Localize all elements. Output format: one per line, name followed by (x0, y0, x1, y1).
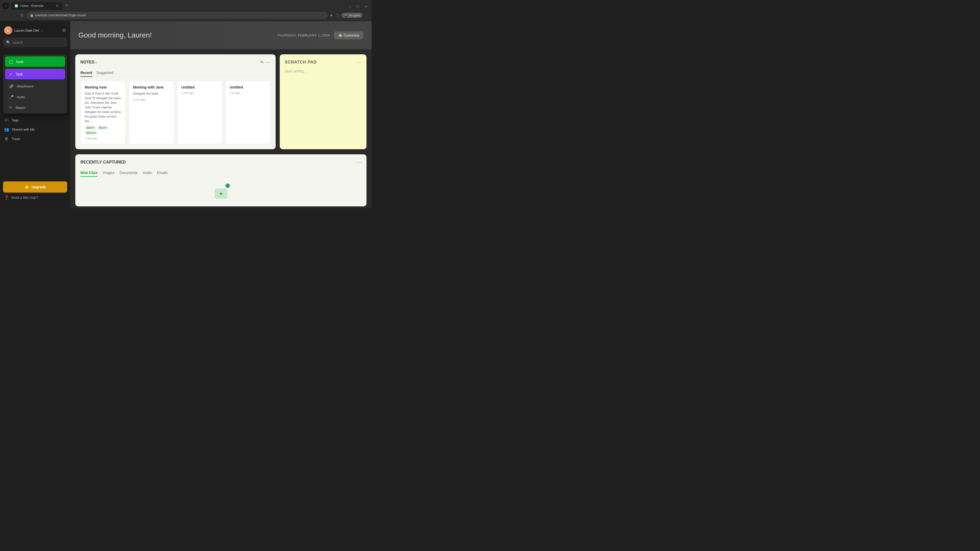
scratch-pad-more-button[interactable]: ⋯ (357, 59, 361, 65)
menu-button[interactable]: ⋮ (365, 13, 369, 17)
address-bar[interactable]: 🔒 evernote.com/client/web?login=true#/ (27, 12, 328, 19)
notes-panel-title[interactable]: NOTES › (80, 60, 97, 65)
search-bar[interactable]: 🔍 Search (3, 38, 67, 47)
tab-documents[interactable]: Documents (119, 169, 138, 177)
sidebar-items-list: 🏷 Tags 👥 Shared with Me 🗑 Trash (0, 116, 70, 143)
window-controls: – ☐ ✕ (347, 3, 369, 10)
tab-images[interactable]: Images (103, 169, 115, 177)
note-title: Untitled (230, 85, 266, 89)
sidebar-bottom: ⭐ Upgrade ❓ Need a little help? (0, 178, 70, 206)
note-time: 3 min ago (133, 98, 169, 101)
main-content: Good morning, Lauren! THURSDAY, FEBRUARY… (70, 21, 372, 208)
create-audio-button[interactable]: 🎤 Audio (5, 92, 65, 102)
sidebar-header: L Lauren Dale Deli ⌄ ⚙ (0, 24, 70, 38)
tab-recent[interactable]: Recent (80, 69, 92, 77)
note-tag: @grace (85, 130, 98, 135)
notes-arrow-icon: › (95, 60, 97, 64)
evernote-tab-icon (14, 4, 18, 8)
help-button[interactable]: ❓ Need a little help? (3, 192, 67, 203)
notes-add-button[interactable]: ✎ (260, 59, 264, 65)
back-button[interactable]: ← (3, 12, 9, 19)
search-icon: 🔍 (6, 40, 11, 44)
notes-more-button[interactable]: ⋯ (266, 59, 270, 65)
tags-icon: 🏷 (4, 118, 9, 122)
note-title: Meeting note (85, 85, 121, 89)
recently-captured-title: RECENTLY CAPTURED (80, 160, 126, 165)
hero-banner: Good morning, Lauren! THURSDAY, FEBRUARY… (70, 21, 372, 49)
browser-actions: ★ ▢ 🥷 Incognito ⋮ (330, 13, 369, 18)
create-note-button[interactable]: ▢ Note (5, 56, 65, 67)
upgrade-label: Upgrade (32, 185, 46, 189)
refresh-button[interactable]: ↻ (19, 12, 25, 19)
audio-icon: 🎤 (9, 95, 14, 99)
extension-button[interactable]: ▢ (336, 13, 339, 17)
tab-suggested[interactable]: Suggested (97, 69, 114, 77)
upgrade-button[interactable]: ⭐ Upgrade (3, 181, 67, 192)
customize-button[interactable]: 🏠 Customize (334, 32, 363, 39)
note-tag: @john (85, 125, 96, 130)
scratch-pad-placeholder[interactable]: Start writing... (285, 69, 361, 73)
notes-tabs: Recent Suggested (80, 69, 270, 77)
minimize-button[interactable]: – (347, 3, 353, 10)
tab-web-clips[interactable]: Web Clips (80, 169, 97, 177)
note-card[interactable]: Meeting note Date & Time 8 AM- 9 AM Goal… (80, 81, 126, 144)
note-label: Note (16, 60, 24, 64)
maximize-button[interactable]: ☐ (354, 3, 361, 10)
help-icon: ❓ (4, 195, 9, 200)
active-tab[interactable]: Home - Evernote ✕ (11, 2, 62, 10)
settings-button[interactable]: ⚙ (62, 27, 66, 33)
task-icon: ✓ (9, 72, 13, 76)
note-card[interactable]: Meeting with Jane Delegate the tasks 3 m… (129, 81, 174, 144)
empty-state-illustration: ★ 👤 (212, 183, 230, 199)
attachment-label: Attachment (17, 84, 33, 88)
note-title: Meeting with Jane (133, 85, 169, 89)
incognito-badge: 🥷 Incognito (342, 13, 363, 18)
avatar: L (4, 26, 12, 35)
tab-title: Home - Evernote (21, 4, 53, 8)
create-dropdown-menu: ▢ Note ✓ Task 🔗 Attachment 🎤 Audio ✎ Ske… (3, 54, 67, 114)
note-tag: @jane (97, 125, 108, 130)
tab-emails[interactable]: Emails (157, 169, 168, 177)
help-text: Need a little help? (11, 196, 38, 200)
tab-close-button[interactable]: ✕ (55, 4, 59, 8)
note-title: Untitled (181, 85, 218, 89)
create-attachment-button[interactable]: 🔗 Attachment (5, 81, 65, 91)
sidebar-item-tags[interactable]: 🏷 Tags (0, 116, 70, 125)
recently-captured-more-button[interactable]: ⋯ (357, 159, 361, 165)
incognito-icon: 🥷 (344, 13, 348, 17)
note-time: 3 min ago (181, 91, 218, 94)
bookmark-button[interactable]: ★ (330, 13, 333, 17)
person-icon: 👤 (226, 184, 229, 187)
tab-audio[interactable]: Audio (143, 169, 152, 177)
note-tags: @john @jane @grace (85, 125, 121, 135)
notes-panel-header: NOTES › ✎ ⋯ (80, 59, 270, 65)
note-card[interactable]: Untitled 3 min ago (177, 81, 222, 144)
upgrade-icon: ⭐ (24, 185, 29, 189)
create-sketch-button[interactable]: ✎ Sketch (5, 103, 65, 113)
lock-icon: 🔒 (30, 14, 34, 17)
scratch-pad-panel: SCRATCH PAD ⋯ Start writing... (280, 54, 366, 149)
sketch-label: Sketch (15, 106, 25, 110)
customize-icon: 🏠 (338, 33, 342, 37)
date-display: THURSDAY, FEBRUARY 1, 2024 (277, 33, 330, 37)
sidebar: L Lauren Dale Deli ⌄ ⚙ 🔍 Search ▢ Note ✓… (0, 21, 70, 208)
url-text: evernote.com/client/web?login=true#/ (35, 14, 325, 17)
content-area: NOTES › ✎ ⋯ Recent Suggested Meeting no (70, 49, 372, 154)
recently-captured-content: ★ 👤 (80, 181, 361, 201)
note-card[interactable]: Untitled 9 hr ago (225, 81, 270, 144)
notes-panel: NOTES › ✎ ⋯ Recent Suggested Meeting no (75, 54, 275, 149)
sidebar-item-shared-with-me[interactable]: 👥 Shared with Me (0, 125, 70, 134)
attachment-icon: 🔗 (9, 84, 14, 88)
empty-state: ★ 👤 (212, 183, 230, 199)
forward-button[interactable]: → (11, 12, 18, 19)
create-task-button[interactable]: ✓ Task (5, 69, 65, 79)
audio-label: Audio (17, 95, 25, 99)
scratch-pad-header: SCRATCH PAD ⋯ (285, 59, 361, 65)
user-profile[interactable]: L Lauren Dale Deli ⌄ (4, 26, 44, 35)
trash-label: Trash (12, 137, 20, 141)
sidebar-item-trash[interactable]: 🗑 Trash (0, 134, 70, 143)
close-button[interactable]: ✕ (363, 3, 369, 10)
new-tab-button[interactable]: + (63, 2, 70, 9)
note-preview: Date & Time 8 AM- 9 AM Goal To delegate … (85, 91, 121, 124)
star-icon: ★ (219, 191, 223, 197)
